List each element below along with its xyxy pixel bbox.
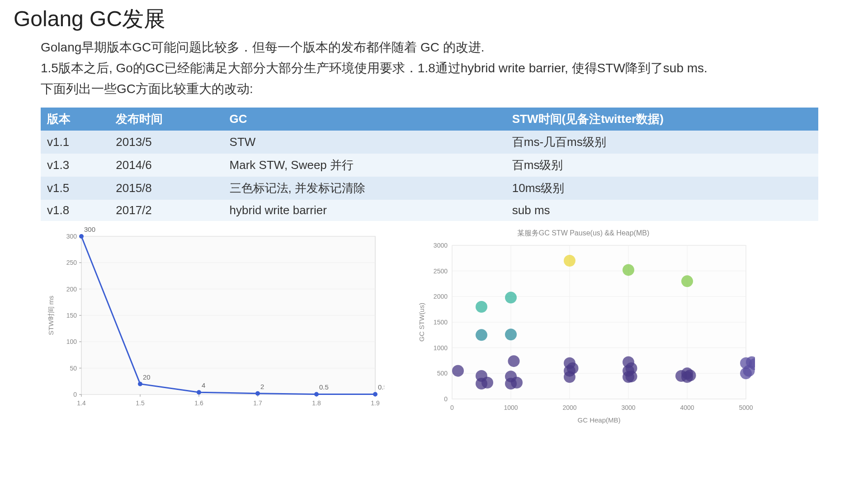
table-cell: v1.3 [41, 154, 109, 177]
th-version: 版本 [41, 108, 109, 131]
svg-text:2500: 2500 [434, 267, 448, 275]
svg-text:2000: 2000 [562, 404, 576, 411]
table-cell: 三色标记法, 并发标记清除 [223, 177, 506, 200]
svg-text:20: 20 [143, 373, 151, 381]
svg-text:GC STW(us): GC STW(us) [418, 303, 425, 342]
svg-text:100: 100 [66, 338, 77, 345]
table-cell: 百ms-几百ms级别 [506, 131, 818, 154]
svg-text:STW时间 ms: STW时间 ms [47, 296, 55, 335]
table-cell: 2017/2 [109, 200, 223, 221]
table-cell: v1.1 [41, 131, 109, 154]
svg-text:0.5: 0.5 [378, 383, 384, 391]
svg-point-80 [476, 370, 487, 382]
table-row: v1.32014/6Mark STW, Sweep 并行百ms级别 [41, 154, 818, 177]
table-cell: 2015/8 [109, 177, 223, 200]
table-cell: sub ms [506, 200, 818, 221]
svg-text:300: 300 [66, 233, 77, 240]
svg-text:1500: 1500 [434, 319, 448, 326]
svg-text:50: 50 [70, 365, 77, 372]
svg-point-35 [79, 234, 84, 239]
svg-text:1.7: 1.7 [253, 399, 262, 407]
page-title: Golang GC发展 [14, 5, 854, 33]
svg-point-45 [373, 392, 377, 396]
table-row: v1.12013/5STW百ms-几百ms级别 [41, 131, 818, 154]
svg-point-104 [505, 328, 517, 340]
th-gc: GC [223, 108, 506, 131]
svg-text:某服务GC STW Pause(us) && Heap(MB: 某服务GC STW Pause(us) && Heap(MB) [517, 229, 650, 237]
table-row: v1.82017/2hybrid write barriersub ms [41, 200, 818, 221]
svg-point-106 [505, 292, 517, 304]
svg-point-93 [623, 356, 634, 368]
line-chart: 0501001502002503001.41.51.61.71.81.9STW时… [41, 227, 384, 428]
svg-point-97 [681, 367, 693, 379]
th-date: 发布时间 [109, 108, 223, 131]
table-cell: STW [223, 131, 506, 154]
svg-point-105 [476, 301, 487, 313]
svg-point-103 [476, 329, 487, 341]
svg-text:1.5: 1.5 [136, 399, 145, 407]
th-stw: STW时间(见备注twitter数据) [506, 108, 818, 131]
svg-point-77 [452, 365, 464, 377]
svg-text:4000: 4000 [680, 404, 694, 411]
svg-point-84 [508, 355, 520, 367]
svg-text:GC Heap(MB): GC Heap(MB) [577, 416, 620, 424]
slide: Golang GC发展 Golang早期版本GC可能问题比较多．但每一个版本的发… [0, 0, 868, 428]
svg-text:1000: 1000 [504, 404, 518, 411]
svg-text:300: 300 [84, 227, 95, 233]
intro-line: 下面列出一些GC方面比较重大的改动: [14, 80, 854, 99]
intro-line: Golang早期版本GC可能问题比较多．但每一个版本的发布都伴随着 GC 的改进… [14, 38, 854, 57]
table-cell: hybrid write barrier [223, 200, 506, 221]
gc-history-table: 版本 发布时间 GC STW时间(见备注twitter数据) v1.12013/… [41, 108, 818, 221]
svg-text:5000: 5000 [739, 404, 753, 411]
svg-text:1.8: 1.8 [312, 399, 321, 407]
table-cell: v1.8 [41, 200, 109, 221]
intro-line: 1.5版本之后, Go的GC已经能满足大部分大部分生产环境使用要求．1.8通过h… [14, 59, 854, 78]
table-cell: v1.5 [41, 177, 109, 200]
svg-point-41 [255, 391, 260, 396]
charts-row: 0501001502002503001.41.51.61.71.81.9STW时… [41, 227, 854, 428]
svg-text:1.4: 1.4 [77, 399, 86, 407]
svg-text:150: 150 [66, 312, 77, 319]
intro-block: Golang早期版本GC可能问题比较多．但每一个版本的发布都伴随着 GC 的改进… [14, 38, 854, 99]
svg-point-83 [505, 371, 517, 382]
svg-text:3000: 3000 [434, 242, 448, 249]
svg-text:1.9: 1.9 [371, 399, 380, 407]
table-cell: 2014/6 [109, 154, 223, 177]
svg-point-39 [197, 390, 201, 394]
scatter-chart: 某服务GC STW Pause(us) && Heap(MB)050010001… [411, 227, 755, 428]
svg-text:0.5: 0.5 [319, 383, 329, 391]
table-header-row: 版本 发布时间 GC STW时间(见备注twitter数据) [41, 108, 818, 131]
svg-text:0: 0 [450, 404, 454, 411]
svg-point-88 [564, 357, 576, 369]
svg-point-37 [138, 382, 142, 386]
svg-point-107 [564, 255, 576, 267]
svg-point-43 [314, 392, 319, 396]
svg-point-108 [623, 264, 634, 276]
svg-text:250: 250 [66, 259, 77, 266]
svg-text:500: 500 [437, 370, 448, 377]
svg-text:1000: 1000 [434, 344, 448, 352]
table-row: v1.52015/8三色标记法, 并发标记清除10ms级别 [41, 177, 818, 200]
table-cell: Mark STW, Sweep 并行 [223, 154, 506, 177]
table-cell: 2013/5 [109, 131, 223, 154]
svg-text:0: 0 [73, 391, 77, 398]
svg-text:3000: 3000 [621, 404, 635, 411]
svg-text:1.6: 1.6 [194, 399, 203, 407]
svg-text:200: 200 [66, 286, 77, 293]
svg-text:0: 0 [444, 395, 448, 403]
svg-text:4: 4 [202, 381, 205, 389]
svg-text:2: 2 [260, 383, 264, 390]
svg-point-109 [681, 275, 693, 287]
table-cell: 百ms级别 [506, 154, 818, 177]
table-cell: 10ms级别 [506, 177, 818, 200]
svg-text:2000: 2000 [434, 293, 448, 300]
